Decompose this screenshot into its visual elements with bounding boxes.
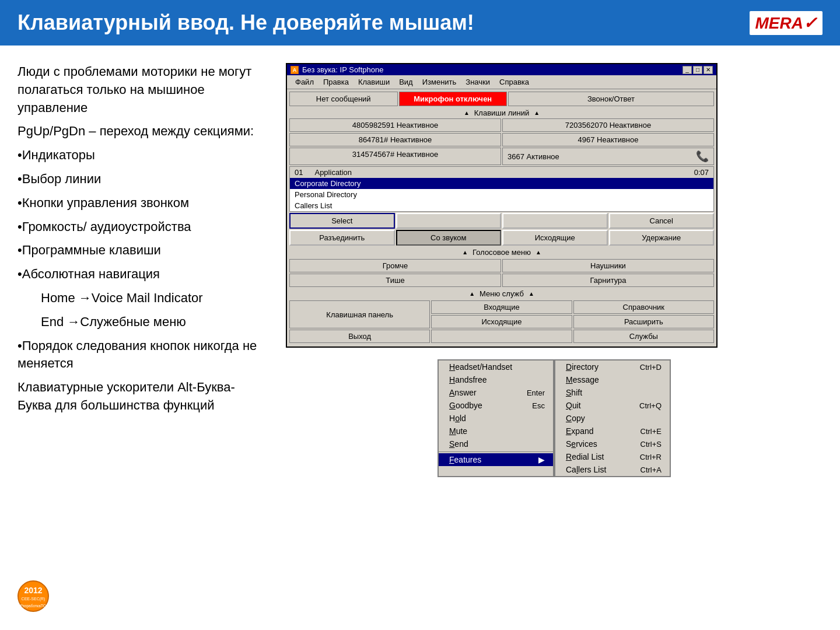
bullet-2: •Выбор линии xyxy=(18,170,268,188)
cm-goodbye[interactable]: Goodbye Esc xyxy=(439,399,553,412)
cm-item-label: Send xyxy=(449,439,468,449)
cm-item-label: Hold xyxy=(449,414,466,423)
svc-outgoing[interactable]: Исходящие xyxy=(431,315,572,328)
cm-expand[interactable]: Expand Ctrl+E xyxy=(555,425,670,438)
cm-features[interactable]: Features ▶ xyxy=(439,453,553,466)
cm-item-label: Services xyxy=(566,439,597,449)
minimize-button[interactable]: _ xyxy=(682,66,692,74)
cm-item-label: Redial List xyxy=(566,452,604,461)
svc-directory[interactable]: Справочник xyxy=(573,300,714,314)
left-para2: PgUp/PgDn – переход между секциями: xyxy=(18,123,268,141)
svc-incoming[interactable]: Входящие xyxy=(431,300,572,314)
sound-button[interactable]: Со звуком xyxy=(396,230,502,246)
line-2[interactable]: 7203562070 Неактивное xyxy=(502,118,714,132)
cm-shortcut-services: Ctrl+S xyxy=(640,440,662,449)
svc-empty xyxy=(431,330,572,343)
cm-item-label: Handsfree xyxy=(449,375,487,384)
menu-change[interactable]: Изменить xyxy=(418,76,461,88)
left-column: Люди с проблемами моторики не могут пола… xyxy=(18,63,268,477)
voice-headset[interactable]: Гарнитура xyxy=(502,274,714,287)
cm-send[interactable]: Send xyxy=(439,438,553,450)
menu-bar: Файл Правка Клавиши Вид Изменить Значки … xyxy=(287,75,716,89)
bottom-section: Headset/Handset Handsfree Answer Enter G… xyxy=(286,359,822,477)
bullet-4: •Громкость/ аудиоустройства xyxy=(18,218,268,236)
svc-expand[interactable]: Расширить xyxy=(573,315,714,328)
outgoing-button[interactable]: Исходящие xyxy=(502,230,608,246)
empty-btn-1 xyxy=(396,213,502,229)
cm-quit[interactable]: Quit Ctrl+Q xyxy=(555,399,670,412)
svc-keypad[interactable]: Клавишная панель xyxy=(289,300,430,328)
bullet-3: •Кнопки управления звонком xyxy=(18,194,268,212)
app-item-personal[interactable]: Personal Directory xyxy=(290,189,713,200)
disconnect-button[interactable]: Разъединить xyxy=(289,230,395,246)
cm-item-label: Mute xyxy=(449,426,467,436)
cm-shift[interactable]: Shift xyxy=(555,386,670,399)
cm-shortcut-dir: Ctrl+D xyxy=(640,363,662,372)
app-item-corporate[interactable]: Corporate Directory xyxy=(290,178,713,189)
voice-louder[interactable]: Громче xyxy=(289,259,501,272)
hold-button[interactable]: Удержание xyxy=(609,230,715,246)
menu-icons[interactable]: Значки xyxy=(461,76,495,88)
cm-shortcut-expand: Ctrl+E xyxy=(640,427,662,436)
maximize-button[interactable]: □ xyxy=(693,66,702,74)
cm-mute[interactable]: Mute xyxy=(439,425,553,438)
header-banner: Клавиатурный ввод. Не доверяйте мышам! M… xyxy=(0,0,840,46)
app-number: 01 xyxy=(295,168,303,177)
app-item-callers[interactable]: Callers List xyxy=(290,200,713,211)
cm-handsfree[interactable]: Handsfree xyxy=(439,373,553,386)
cm-item-label: Expand xyxy=(566,426,594,436)
lines-grid: 4805982591 Неактивное 7203562070 Неактив… xyxy=(289,118,714,165)
cancel-button[interactable]: Cancel xyxy=(609,213,715,229)
voice-headphones[interactable]: Наушники xyxy=(502,259,714,272)
svc-services[interactable]: Службы xyxy=(573,330,714,343)
phone-display: Нет сообщений Микрофон отключен Звонок/О… xyxy=(287,89,716,346)
menu-file[interactable]: Файл xyxy=(290,76,318,88)
window-controls[interactable]: _ □ ✕ xyxy=(682,66,713,74)
menu-help[interactable]: Справка xyxy=(495,76,534,88)
app-icon: A xyxy=(290,66,299,74)
cm-directory[interactable]: Directory Ctrl+D xyxy=(555,360,670,373)
cm-redial[interactable]: Redial List Ctrl+R xyxy=(555,450,670,463)
logo-badge-svg: 2012 CEE-SEC(R) РазработкаПО xyxy=(18,580,50,612)
bottom-logo: 2012 CEE-SEC(R) РазработкаПО xyxy=(18,580,50,612)
svc-exit[interactable]: Выход xyxy=(289,330,430,343)
cm-item-label: Quit xyxy=(566,401,581,410)
cm-hold[interactable]: Hold xyxy=(439,412,553,425)
cm-shortcut-goodbye: Esc xyxy=(532,401,545,410)
triangle-voice-left: ▲ xyxy=(462,249,468,256)
line-5[interactable]: 314574567# Неактивное xyxy=(289,148,501,165)
close-button[interactable]: ✕ xyxy=(704,66,713,74)
right-context-menu: Directory Ctrl+D Message Shift Quit Ctrl… xyxy=(554,359,671,477)
titlebar-left: A Без звука: IP Softphone xyxy=(290,65,384,74)
menu-keys[interactable]: Клавиши xyxy=(354,76,394,88)
cm-headset-handset[interactable]: Headset/Handset xyxy=(439,360,553,373)
select-button[interactable]: Select xyxy=(289,213,395,229)
menu-edit[interactable]: Правка xyxy=(318,76,354,88)
cm-services[interactable]: Services Ctrl+S xyxy=(555,438,670,450)
left-context-menu: Headset/Handset Handsfree Answer Enter G… xyxy=(438,359,554,477)
app-name: Application xyxy=(314,168,694,177)
line-6: 3667 Активное 📞 xyxy=(502,148,714,165)
lines-header-text: Клавиши линий xyxy=(474,108,529,117)
left-para4: Клавиатурные ускорители Alt-Буква-Буква … xyxy=(18,379,268,415)
cm-callers[interactable]: Callers List Ctrl+A xyxy=(555,463,670,476)
cm-item-label: Features xyxy=(449,455,481,464)
cm-answer[interactable]: Answer Enter xyxy=(439,386,553,399)
status-ring: Звонок/Ответ xyxy=(508,92,714,106)
line-1[interactable]: 4805982591 Неактивное xyxy=(289,118,501,132)
submenu-arrow: ▶ xyxy=(538,455,545,464)
app-header-row: 01 Application 0:07 xyxy=(290,167,713,178)
services-header-text: Меню служб xyxy=(480,289,524,298)
line-4[interactable]: 4967 Неактивное xyxy=(502,133,714,146)
main-content: Люди с проблемами моторики не могут пола… xyxy=(0,46,840,489)
line-3[interactable]: 864781# Неактивное xyxy=(289,133,501,146)
app-time: 0:07 xyxy=(694,168,709,177)
menu-view[interactable]: Вид xyxy=(394,76,418,88)
header-title: Клавиатурный ввод. Не доверяйте мышам! xyxy=(18,10,474,35)
svg-text:2012: 2012 xyxy=(24,586,42,595)
cm-copy[interactable]: Copy xyxy=(555,412,670,425)
voice-quieter[interactable]: Тише xyxy=(289,274,501,287)
cm-item-label: Headset/Handset xyxy=(449,362,512,372)
cm-shortcut-redial: Ctrl+R xyxy=(640,453,662,461)
cm-message[interactable]: Message xyxy=(555,373,670,386)
